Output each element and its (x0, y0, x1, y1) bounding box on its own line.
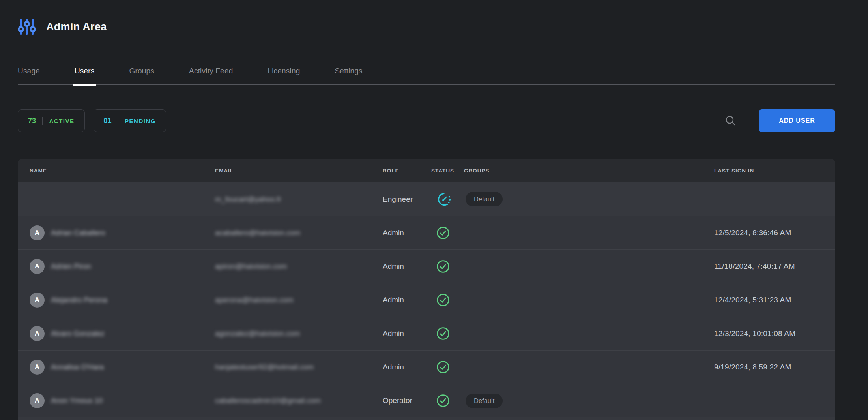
search-icon (725, 115, 736, 126)
table-row[interactable]: A Annalisa O'Hara hanjatestuser92@hotmai… (18, 350, 835, 384)
table-header: NAME EMAIL ROLE STATUS GROUPS LAST SIGN … (18, 159, 835, 182)
user-email: m_foucart@yahoo.fr (215, 195, 281, 204)
tab-bar: Usage Users Groups Activity Feed Licensi… (18, 67, 835, 85)
groups-cell: Default (464, 192, 714, 206)
active-users-counter[interactable]: 73 ACTIVE (18, 109, 85, 132)
active-count: 73 (28, 117, 36, 125)
active-status-icon (436, 394, 450, 408)
column-header-last-sign-in[interactable]: LAST SIGN IN (714, 168, 835, 174)
active-status-icon (436, 293, 450, 307)
add-user-button[interactable]: ADD USER (759, 109, 835, 132)
user-role: Admin (383, 363, 430, 371)
user-role: Admin (383, 229, 430, 237)
user-email: acaballero@haivision.com (215, 229, 300, 237)
group-badge: Default (466, 394, 503, 408)
tab-settings[interactable]: Settings (335, 67, 363, 84)
avatar: A (30, 225, 45, 240)
table-row[interactable]: A Adrian Caballero acaballero@haivision.… (18, 216, 835, 249)
avatar: A (30, 326, 45, 341)
user-email: caballeroscadmin10@gmail.com (215, 396, 321, 405)
toolbar: 73 ACTIVE 01 PENDING ADD USER (18, 109, 835, 133)
user-name: Anon Ymous 10 (51, 396, 103, 405)
groups-cell: Default (464, 394, 714, 408)
table-row[interactable]: A Alejandro Perona aperona@haivision.com… (18, 283, 835, 317)
tab-usage[interactable]: Usage (18, 67, 40, 84)
user-role: Admin (383, 329, 430, 338)
table-row[interactable]: A Adrien Piron apiron@haivision.com Admi… (18, 249, 835, 283)
user-role: Engineer (383, 195, 430, 204)
column-header-email[interactable]: EMAIL (215, 168, 383, 174)
sliders-logo-icon (18, 18, 36, 36)
user-email: agonzalez@haivision.com (215, 329, 300, 338)
last-sign-in: 11/18/2024, 7:40:17 AM (714, 262, 835, 271)
user-role: Admin (383, 262, 430, 271)
user-email: hanjatestuser92@hotmail.com (215, 363, 314, 371)
table-row[interactable]: A Alvaro Gonzalez agonzalez@haivision.co… (18, 317, 835, 350)
group-badge: Default (466, 192, 503, 206)
avatar: A (30, 393, 45, 408)
users-table: NAME EMAIL ROLE STATUS GROUPS LAST SIGN … (18, 159, 835, 420)
tab-activity-feed[interactable]: Activity Feed (189, 67, 233, 84)
counter-divider (118, 117, 119, 125)
pending-count: 01 (104, 117, 112, 125)
table-row[interactable]: A Anon Ymous 10 caballeroscadmin10@gmail… (18, 384, 835, 417)
app-header: Admin Area (18, 0, 835, 36)
pending-users-counter[interactable]: 01 PENDING (94, 109, 166, 132)
last-sign-in: 12/3/2024, 10:01:08 AM (714, 329, 835, 338)
column-header-role[interactable]: ROLE (383, 168, 430, 174)
avatar: A (30, 259, 45, 274)
active-status-icon (436, 259, 450, 274)
tab-licensing[interactable]: Licensing (268, 67, 300, 84)
active-status-icon (436, 226, 450, 240)
pending-status-icon (436, 191, 452, 207)
page-title: Admin Area (46, 21, 107, 33)
user-name: Annalisa O'Hara (51, 363, 104, 371)
active-label: ACTIVE (49, 118, 75, 124)
last-sign-in: 9/19/2024, 8:59:22 AM (714, 363, 835, 371)
column-header-groups[interactable]: GROUPS (464, 168, 714, 174)
last-sign-in: 12/4/2024, 5:31:23 AM (714, 296, 835, 304)
search-button[interactable] (725, 115, 737, 127)
active-status-icon (436, 360, 450, 374)
user-email: aperona@haivision.com (215, 296, 294, 304)
user-role: Admin (383, 296, 430, 304)
user-name: Alejandro Perona (51, 296, 107, 304)
counter-divider (42, 117, 43, 125)
table-row[interactable]: m_foucart@yahoo.fr Engineer Default (18, 182, 835, 216)
tab-users[interactable]: Users (75, 67, 95, 84)
avatar: A (30, 360, 45, 375)
pending-label: PENDING (125, 118, 156, 124)
avatar: A (30, 292, 45, 308)
next-row-partial (18, 417, 835, 420)
last-sign-in: 12/5/2024, 8:36:46 AM (714, 229, 835, 237)
tab-groups[interactable]: Groups (129, 67, 155, 84)
user-name: Adrian Caballero (51, 229, 105, 237)
table-body: m_foucart@yahoo.fr Engineer Default A Ad… (18, 182, 835, 417)
column-header-name[interactable]: NAME (18, 168, 215, 174)
user-name: Adrien Piron (51, 262, 91, 271)
user-email: apiron@haivision.com (215, 262, 287, 271)
active-status-icon (436, 326, 450, 341)
column-header-status[interactable]: STATUS (430, 168, 464, 174)
user-name: Alvaro Gonzalez (51, 329, 105, 338)
user-role: Operator (383, 396, 430, 405)
